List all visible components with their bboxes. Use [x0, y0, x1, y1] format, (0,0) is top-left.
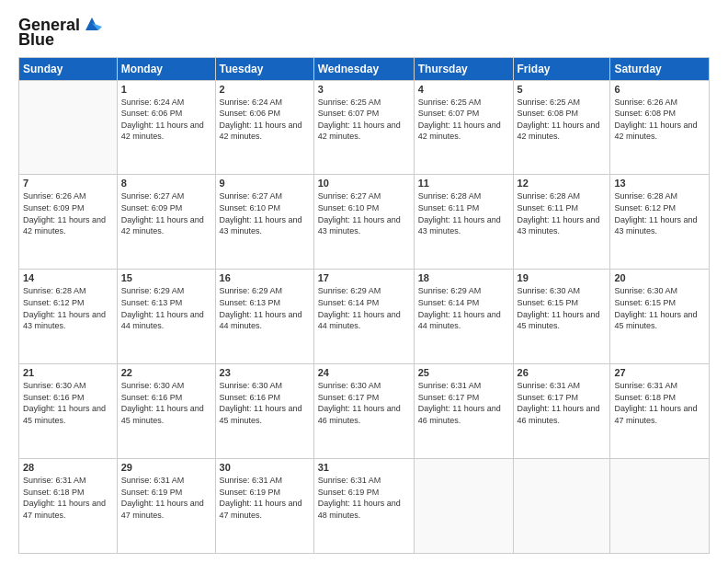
- calendar-week-row: 28Sunrise: 6:31 AMSunset: 6:18 PMDayligh…: [19, 459, 710, 554]
- day-info: Sunrise: 6:29 AMSunset: 6:13 PMDaylight:…: [121, 285, 211, 331]
- calendar-cell: 2Sunrise: 6:24 AMSunset: 6:06 PMDaylight…: [215, 80, 313, 175]
- day-info: Sunrise: 6:25 AMSunset: 6:07 PMDaylight:…: [318, 97, 410, 143]
- day-info: Sunrise: 6:28 AMSunset: 6:11 PMDaylight:…: [418, 190, 509, 236]
- day-number: 16: [220, 272, 310, 283]
- day-number: 28: [23, 462, 113, 473]
- weekday-header: Friday: [513, 57, 610, 80]
- calendar-cell: 4Sunrise: 6:25 AMSunset: 6:07 PMDaylight…: [414, 80, 513, 175]
- calendar-week-row: 14Sunrise: 6:28 AMSunset: 6:12 PMDayligh…: [19, 270, 710, 364]
- day-info: Sunrise: 6:27 AMSunset: 6:10 PMDaylight:…: [318, 190, 410, 236]
- day-number: 20: [614, 272, 705, 283]
- weekday-header: Thursday: [414, 57, 513, 80]
- calendar-week-row: 1Sunrise: 6:24 AMSunset: 6:06 PMDaylight…: [19, 80, 710, 175]
- day-info: Sunrise: 6:25 AMSunset: 6:08 PMDaylight:…: [518, 97, 607, 143]
- calendar-cell: 22Sunrise: 6:30 AMSunset: 6:16 PMDayligh…: [117, 364, 215, 459]
- weekday-header: Sunday: [19, 57, 118, 80]
- calendar-cell: 27Sunrise: 6:31 AMSunset: 6:18 PMDayligh…: [610, 364, 710, 459]
- day-number: 13: [614, 178, 705, 189]
- day-number: 1: [121, 84, 211, 95]
- day-info: Sunrise: 6:30 AMSunset: 6:16 PMDaylight:…: [121, 380, 211, 426]
- calendar-cell: 17Sunrise: 6:29 AMSunset: 6:14 PMDayligh…: [313, 270, 414, 364]
- day-info: Sunrise: 6:27 AMSunset: 6:09 PMDaylight:…: [121, 190, 211, 236]
- day-number: 6: [614, 84, 705, 95]
- day-info: Sunrise: 6:31 AMSunset: 6:18 PMDaylight:…: [614, 380, 705, 426]
- calendar-cell: 9Sunrise: 6:27 AMSunset: 6:10 PMDaylight…: [215, 175, 313, 270]
- weekday-header: Monday: [117, 57, 215, 80]
- calendar-cell: 13Sunrise: 6:28 AMSunset: 6:12 PMDayligh…: [610, 175, 710, 270]
- svg-marker-0: [85, 17, 98, 30]
- day-number: 26: [518, 367, 607, 378]
- day-info: Sunrise: 6:25 AMSunset: 6:07 PMDaylight:…: [418, 97, 509, 143]
- day-info: Sunrise: 6:28 AMSunset: 6:12 PMDaylight:…: [614, 190, 705, 236]
- weekday-header: Wednesday: [313, 57, 414, 80]
- weekday-header: Tuesday: [215, 57, 313, 80]
- calendar-cell: 26Sunrise: 6:31 AMSunset: 6:17 PMDayligh…: [513, 364, 610, 459]
- calendar-cell: 19Sunrise: 6:30 AMSunset: 6:15 PMDayligh…: [513, 270, 610, 364]
- calendar-cell: 3Sunrise: 6:25 AMSunset: 6:07 PMDaylight…: [313, 80, 414, 175]
- day-info: Sunrise: 6:30 AMSunset: 6:15 PMDaylight:…: [518, 285, 607, 331]
- day-info: Sunrise: 6:28 AMSunset: 6:12 PMDaylight:…: [23, 285, 113, 331]
- day-info: Sunrise: 6:31 AMSunset: 6:19 PMDaylight:…: [220, 475, 310, 521]
- calendar-cell: 12Sunrise: 6:28 AMSunset: 6:11 PMDayligh…: [513, 175, 610, 270]
- weekday-header-row: SundayMondayTuesdayWednesdayThursdayFrid…: [19, 57, 710, 80]
- calendar-table: SundayMondayTuesdayWednesdayThursdayFrid…: [18, 57, 710, 554]
- logo-icon: [82, 14, 102, 34]
- day-info: Sunrise: 6:28 AMSunset: 6:11 PMDaylight:…: [518, 190, 607, 236]
- calendar-cell: 21Sunrise: 6:30 AMSunset: 6:16 PMDayligh…: [19, 364, 118, 459]
- day-number: 3: [318, 84, 410, 95]
- day-number: 25: [418, 367, 509, 378]
- day-number: 24: [318, 367, 410, 378]
- calendar-cell: [19, 80, 118, 175]
- calendar-cell: 11Sunrise: 6:28 AMSunset: 6:11 PMDayligh…: [414, 175, 513, 270]
- day-info: Sunrise: 6:31 AMSunset: 6:18 PMDaylight:…: [23, 475, 113, 521]
- calendar-week-row: 7Sunrise: 6:26 AMSunset: 6:09 PMDaylight…: [19, 175, 710, 270]
- calendar-cell: 23Sunrise: 6:30 AMSunset: 6:16 PMDayligh…: [215, 364, 313, 459]
- day-number: 12: [518, 178, 607, 189]
- day-info: Sunrise: 6:30 AMSunset: 6:15 PMDaylight:…: [614, 285, 705, 331]
- calendar-cell: 20Sunrise: 6:30 AMSunset: 6:15 PMDayligh…: [610, 270, 710, 364]
- page-header: General Blue: [18, 17, 710, 50]
- calendar-cell: 8Sunrise: 6:27 AMSunset: 6:09 PMDaylight…: [117, 175, 215, 270]
- calendar-cell: 18Sunrise: 6:29 AMSunset: 6:14 PMDayligh…: [414, 270, 513, 364]
- day-number: 7: [23, 178, 113, 189]
- day-number: 19: [518, 272, 607, 283]
- day-info: Sunrise: 6:24 AMSunset: 6:06 PMDaylight:…: [220, 97, 310, 143]
- day-info: Sunrise: 6:31 AMSunset: 6:17 PMDaylight:…: [418, 380, 509, 426]
- day-number: 10: [318, 178, 410, 189]
- logo-text-blue: Blue: [18, 31, 54, 50]
- day-number: 11: [418, 178, 509, 189]
- day-info: Sunrise: 6:31 AMSunset: 6:19 PMDaylight:…: [121, 475, 211, 521]
- day-info: Sunrise: 6:26 AMSunset: 6:08 PMDaylight:…: [614, 97, 705, 143]
- calendar-cell: 14Sunrise: 6:28 AMSunset: 6:12 PMDayligh…: [19, 270, 118, 364]
- calendar-cell: 24Sunrise: 6:30 AMSunset: 6:17 PMDayligh…: [313, 364, 414, 459]
- calendar-cell: [610, 459, 710, 554]
- calendar-cell: 7Sunrise: 6:26 AMSunset: 6:09 PMDaylight…: [19, 175, 118, 270]
- calendar-cell: 15Sunrise: 6:29 AMSunset: 6:13 PMDayligh…: [117, 270, 215, 364]
- day-number: 4: [418, 84, 509, 95]
- calendar-cell: 5Sunrise: 6:25 AMSunset: 6:08 PMDaylight…: [513, 80, 610, 175]
- day-info: Sunrise: 6:24 AMSunset: 6:06 PMDaylight:…: [121, 97, 211, 143]
- day-number: 29: [121, 462, 211, 473]
- day-info: Sunrise: 6:29 AMSunset: 6:13 PMDaylight:…: [220, 285, 310, 331]
- calendar-week-row: 21Sunrise: 6:30 AMSunset: 6:16 PMDayligh…: [19, 364, 710, 459]
- day-number: 17: [318, 272, 410, 283]
- logo: General Blue: [18, 17, 102, 50]
- calendar-cell: 29Sunrise: 6:31 AMSunset: 6:19 PMDayligh…: [117, 459, 215, 554]
- day-info: Sunrise: 6:26 AMSunset: 6:09 PMDaylight:…: [23, 190, 113, 236]
- day-number: 18: [418, 272, 509, 283]
- day-number: 30: [220, 462, 310, 473]
- day-number: 9: [220, 178, 310, 189]
- day-number: 14: [23, 272, 113, 283]
- day-number: 15: [121, 272, 211, 283]
- day-info: Sunrise: 6:31 AMSunset: 6:17 PMDaylight:…: [518, 380, 607, 426]
- calendar-cell: [414, 459, 513, 554]
- calendar-cell: 6Sunrise: 6:26 AMSunset: 6:08 PMDaylight…: [610, 80, 710, 175]
- day-info: Sunrise: 6:27 AMSunset: 6:10 PMDaylight:…: [220, 190, 310, 236]
- day-info: Sunrise: 6:30 AMSunset: 6:16 PMDaylight:…: [220, 380, 310, 426]
- day-info: Sunrise: 6:30 AMSunset: 6:16 PMDaylight:…: [23, 380, 113, 426]
- calendar-cell: 10Sunrise: 6:27 AMSunset: 6:10 PMDayligh…: [313, 175, 414, 270]
- weekday-header: Saturday: [610, 57, 710, 80]
- calendar-cell: 16Sunrise: 6:29 AMSunset: 6:13 PMDayligh…: [215, 270, 313, 364]
- calendar-cell: [513, 459, 610, 554]
- day-number: 21: [23, 367, 113, 378]
